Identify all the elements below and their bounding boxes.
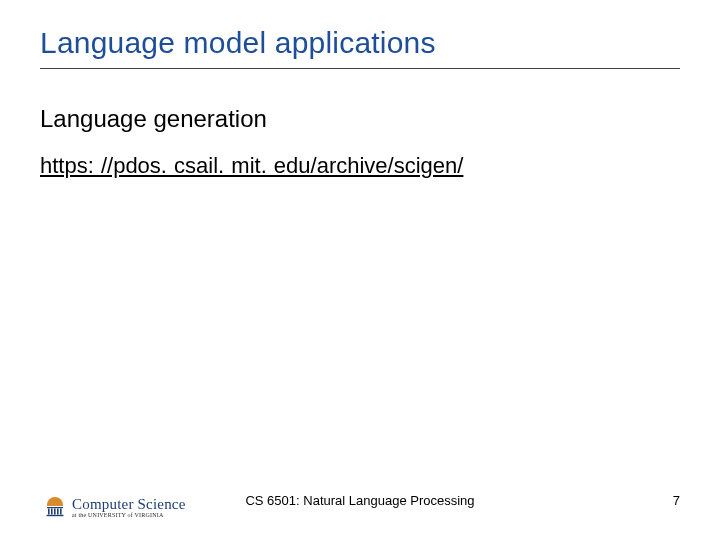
title-underline bbox=[40, 68, 680, 69]
footer: Computer Science at the UNIVERSITY of VI… bbox=[0, 482, 720, 518]
slide: Language model applications Language gen… bbox=[0, 0, 720, 540]
svg-rect-1 bbox=[48, 509, 50, 515]
scigen-link[interactable]: https: //pdos. csail. mit. edu/archive/s… bbox=[40, 153, 463, 179]
svg-rect-3 bbox=[54, 509, 56, 515]
svg-rect-0 bbox=[47, 507, 63, 508]
course-label: CS 6501: Natural Language Processing bbox=[245, 493, 474, 508]
rotunda-icon bbox=[44, 496, 66, 518]
svg-rect-6 bbox=[47, 515, 64, 516]
subtitle-text: Language generation bbox=[40, 105, 680, 133]
logo-sub-text: at the UNIVERSITY of VIRGINIA bbox=[72, 512, 186, 518]
svg-rect-5 bbox=[60, 509, 62, 515]
logo-main-text: Computer Science bbox=[72, 497, 186, 512]
logo-text: Computer Science at the UNIVERSITY of VI… bbox=[72, 497, 186, 518]
svg-rect-2 bbox=[51, 509, 53, 515]
slide-title: Language model applications bbox=[40, 26, 680, 60]
page-number: 7 bbox=[673, 493, 680, 508]
cs-logo: Computer Science at the UNIVERSITY of VI… bbox=[44, 496, 186, 518]
svg-rect-4 bbox=[57, 509, 59, 515]
